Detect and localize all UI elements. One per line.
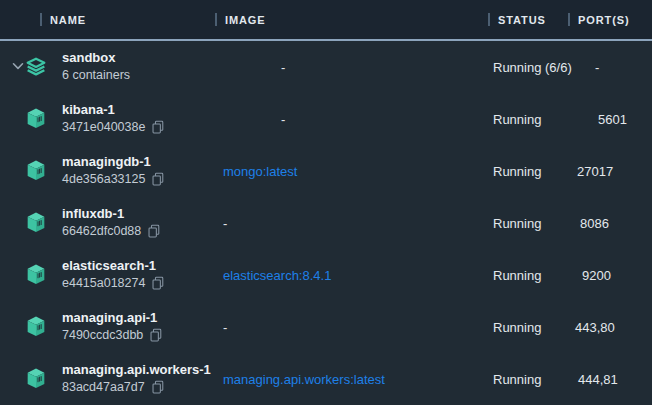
copy-icon[interactable] bbox=[151, 172, 164, 186]
name-cell: managing.api.workers-1 83acd47aa7d7 bbox=[0, 362, 215, 395]
container-name: managingdb-1 bbox=[62, 154, 164, 171]
column-header-ports[interactable]: PORT(S) bbox=[568, 13, 652, 26]
copy-icon[interactable] bbox=[151, 120, 164, 134]
image-cell: - bbox=[215, 60, 488, 75]
status-cell: Running bbox=[488, 268, 568, 283]
container-row[interactable]: elasticsearch-1 e4415a018274 elasticsear… bbox=[0, 249, 652, 301]
image-cell: - bbox=[215, 320, 488, 335]
status-cell: Running (6/6) bbox=[488, 60, 568, 75]
name-cell: influxdb-1 66462dfc0d88 bbox=[0, 206, 215, 239]
column-divider bbox=[568, 13, 570, 26]
status-cell: Running bbox=[488, 112, 568, 127]
column-header-status-label: STATUS bbox=[498, 14, 546, 26]
container-cube-icon bbox=[26, 158, 46, 183]
container-row[interactable]: influxdb-1 66462dfc0d88 - Running 8086 bbox=[0, 197, 652, 249]
table-header: NAME IMAGE STATUS PORT(S) bbox=[0, 0, 652, 41]
column-header-image[interactable]: IMAGE bbox=[215, 13, 488, 26]
status-cell: Running bbox=[488, 164, 568, 179]
container-subtitle: 6 containers bbox=[62, 67, 130, 83]
container-name: sandbox bbox=[62, 50, 130, 67]
container-row[interactable]: managing.api.workers-1 83acd47aa7d7 mana… bbox=[0, 353, 652, 405]
image-cell[interactable]: managing.api.workers:latest bbox=[215, 372, 488, 387]
ports-cell: - bbox=[568, 60, 652, 75]
column-header-image-label: IMAGE bbox=[225, 14, 266, 26]
container-subtitle: 66462dfc0d88 bbox=[62, 223, 141, 239]
column-divider bbox=[215, 13, 217, 26]
container-subtitle: e4415a018274 bbox=[62, 275, 145, 291]
column-header-name[interactable]: NAME bbox=[0, 13, 215, 26]
status-cell: Running bbox=[488, 216, 568, 231]
image-cell[interactable]: mongo:latest bbox=[215, 164, 488, 179]
name-cell: managingdb-1 4de356a33125 bbox=[0, 154, 215, 187]
containers-table: NAME IMAGE STATUS PORT(S) bbox=[0, 0, 652, 405]
ports-cell: 443,80 bbox=[568, 320, 652, 335]
container-cube-icon bbox=[26, 106, 46, 131]
ports-cell: 444,81 bbox=[568, 372, 652, 387]
copy-icon[interactable] bbox=[149, 328, 162, 342]
container-row[interactable]: managingdb-1 4de356a33125 mongo:latest R… bbox=[0, 145, 652, 197]
ports-cell: 9200 bbox=[568, 268, 652, 283]
copy-icon[interactable] bbox=[151, 276, 164, 290]
name-block: sandbox 6 containers bbox=[62, 50, 130, 83]
copy-icon[interactable] bbox=[147, 224, 160, 238]
compose-group-row[interactable]: sandbox 6 containers - Running (6/6) - bbox=[0, 41, 652, 93]
compose-stack-icon bbox=[26, 55, 46, 79]
column-header-ports-label: PORT(S) bbox=[578, 14, 630, 26]
name-block: influxdb-1 66462dfc0d88 bbox=[62, 206, 160, 239]
ports-cell: 27017 bbox=[568, 164, 652, 179]
container-cube-icon bbox=[26, 210, 46, 235]
column-header-name-label: NAME bbox=[50, 14, 86, 26]
status-cell: Running bbox=[488, 372, 568, 387]
name-block: managingdb-1 4de356a33125 bbox=[62, 154, 164, 187]
column-divider bbox=[40, 13, 42, 26]
name-cell: sandbox 6 containers bbox=[0, 50, 215, 83]
container-table-body: sandbox 6 containers - Running (6/6) - bbox=[0, 41, 652, 405]
image-cell: - bbox=[215, 112, 488, 127]
name-cell: elasticsearch-1 e4415a018274 bbox=[0, 258, 215, 291]
container-cube-icon bbox=[26, 262, 46, 287]
column-divider bbox=[488, 13, 490, 26]
container-name: managing.api.workers-1 bbox=[62, 362, 211, 379]
name-cell: managing.api-1 7490ccdc3dbb bbox=[0, 310, 215, 343]
name-block: kibana-1 3471e040038e bbox=[62, 102, 164, 135]
image-cell[interactable]: elasticsearch:8.4.1 bbox=[215, 268, 488, 283]
container-subtitle: 3471e040038e bbox=[62, 119, 145, 135]
copy-icon[interactable] bbox=[151, 380, 164, 394]
container-row[interactable]: kibana-1 3471e040038e - Running 5601 bbox=[0, 93, 652, 145]
container-subtitle: 4de356a33125 bbox=[62, 171, 145, 187]
image-cell: - bbox=[215, 216, 488, 231]
container-subtitle: 83acd47aa7d7 bbox=[62, 379, 145, 395]
name-block: elasticsearch-1 e4415a018274 bbox=[62, 258, 164, 291]
container-row[interactable]: managing.api-1 7490ccdc3dbb - Running 44… bbox=[0, 301, 652, 353]
column-header-status[interactable]: STATUS bbox=[488, 13, 568, 26]
status-cell: Running bbox=[488, 320, 568, 335]
container-name: elasticsearch-1 bbox=[62, 258, 164, 275]
container-name: kibana-1 bbox=[62, 102, 164, 119]
container-cube-icon bbox=[26, 366, 46, 391]
container-name: influxdb-1 bbox=[62, 206, 160, 223]
name-cell: kibana-1 3471e040038e bbox=[0, 102, 215, 135]
ports-cell: 8086 bbox=[568, 216, 652, 231]
container-subtitle: 7490ccdc3dbb bbox=[62, 327, 143, 343]
chevron-down-icon[interactable] bbox=[12, 62, 26, 71]
container-cube-icon bbox=[26, 314, 46, 339]
name-block: managing.api.workers-1 83acd47aa7d7 bbox=[62, 362, 211, 395]
ports-cell: 5601 bbox=[568, 112, 652, 127]
container-name: managing.api-1 bbox=[62, 310, 162, 327]
name-block: managing.api-1 7490ccdc3dbb bbox=[62, 310, 162, 343]
